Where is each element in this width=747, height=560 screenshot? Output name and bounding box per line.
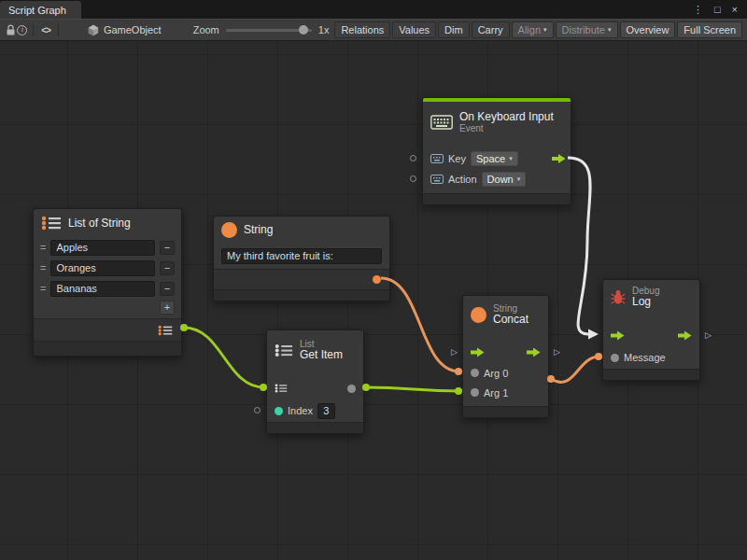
list-icon: [275, 343, 293, 357]
node-header: List of String: [34, 209, 181, 237]
wire-list-to-getitem[interactable]: [184, 328, 264, 387]
window-controls: ⋮ □ ×: [684, 0, 747, 19]
zoom-slider-handle[interactable]: [299, 25, 308, 35]
node-get-item[interactable]: List Get Item Index 3: [266, 329, 364, 434]
trigger-flow-output-port[interactable]: [552, 154, 566, 164]
action-value-dropdown[interactable]: Down▾: [482, 172, 527, 187]
wire-string-to-concat[interactable]: [381, 278, 459, 371]
toolbar-button-fullscreen[interactable]: Full Screen: [677, 21, 742, 38]
key-label: Key: [448, 153, 466, 164]
key-input-socket[interactable]: [410, 155, 416, 161]
toolbar-button-values[interactable]: Values: [392, 21, 436, 38]
toolbar-separator: [33, 24, 34, 36]
zoom-slider[interactable]: [226, 29, 312, 32]
node-title: Concat: [493, 314, 529, 326]
graph-toolbar: i <> GameObject Zoom 1x Relations Values…: [0, 19, 747, 41]
flow-row: ▷: [603, 324, 699, 346]
string-value-input[interactable]: My third favorite fruit is:: [221, 248, 382, 264]
node-title: Log: [632, 296, 659, 308]
arg1-label: Arg 1: [484, 387, 508, 399]
action-input-socket[interactable]: [410, 175, 416, 182]
arg1-port[interactable]: [471, 388, 479, 397]
flow-input-socket[interactable]: ▷: [451, 348, 458, 357]
key-icon: [430, 175, 444, 184]
close-icon[interactable]: ×: [732, 4, 738, 15]
toolbar-button-relations[interactable]: Relations: [334, 21, 390, 38]
dropdown-arrow-icon: ▾: [608, 26, 612, 34]
tab-script-graph[interactable]: Script Graph: [0, 1, 81, 19]
gameobject-target[interactable]: GameObject: [88, 24, 162, 36]
message-label: Message: [624, 352, 666, 363]
key-icon: [430, 154, 444, 163]
node-footer: [463, 406, 548, 417]
node-list-of-string[interactable]: List of String = Apples − = Oranges − = …: [33, 208, 182, 357]
action-label: Action: [448, 174, 477, 185]
index-input[interactable]: 3: [317, 403, 335, 419]
flow-output-port[interactable]: [678, 330, 692, 341]
node-subtitle: Event: [459, 123, 554, 133]
toolbar-button-dim[interactable]: Dim: [438, 21, 470, 38]
node-header: String Concat: [463, 296, 548, 333]
index-port[interactable]: [275, 407, 283, 415]
message-port[interactable]: [611, 354, 619, 362]
node-concat[interactable]: String Concat ▷ ▷ Arg 0 Arg 1: [462, 295, 549, 418]
code-icon[interactable]: <>: [38, 25, 53, 35]
window-tabbar: Script Graph ⋮ □ ×: [0, 0, 747, 19]
dropdown-arrow-icon: ▾: [509, 155, 513, 162]
remove-item-button[interactable]: −: [160, 282, 175, 296]
flow-row: ▷ ▷: [463, 341, 548, 363]
node-string-literal[interactable]: String My third favorite fruit is:: [213, 216, 390, 301]
flow-output-socket[interactable]: ▷: [705, 331, 712, 340]
key-value-dropdown[interactable]: Space▾: [471, 151, 518, 166]
node-on-keyboard-input[interactable]: On Keyboard Input Event Key Space▾ Actio…: [422, 97, 571, 205]
drag-handle-icon[interactable]: =: [40, 262, 46, 273]
wire-concat-to-log[interactable]: [551, 357, 599, 382]
list-port-icon[interactable]: [275, 384, 288, 393]
toolbar-button-distribute[interactable]: Distribute▾: [556, 21, 618, 38]
keyboard-icon: [430, 115, 453, 130]
node-footer: [34, 341, 181, 356]
graph-canvas[interactable]: On Keyboard Input Event Key Space▾ Actio…: [0, 41, 747, 560]
lock-icon[interactable]: [5, 21, 17, 38]
list-output-icon[interactable]: [158, 325, 173, 336]
string-value-row: My third favorite fruit is:: [214, 243, 389, 269]
list-item-row: = Apples −: [34, 237, 181, 258]
remove-item-button[interactable]: −: [160, 261, 175, 275]
list-item-input[interactable]: Oranges: [50, 260, 155, 276]
drag-handle-icon[interactable]: =: [40, 283, 46, 294]
list-item-input[interactable]: Apples: [50, 240, 155, 256]
list-item-input[interactable]: Bananas: [50, 281, 155, 297]
flow-output-socket[interactable]: ▷: [554, 348, 560, 357]
flow-input-port[interactable]: [611, 330, 625, 341]
node-footer: [214, 289, 389, 301]
maximize-icon[interactable]: □: [714, 4, 721, 15]
info-icon[interactable]: i: [17, 21, 29, 38]
add-item-button[interactable]: +: [160, 301, 175, 315]
node-header: List Get Item: [267, 330, 363, 370]
window-menu-icon[interactable]: ⋮: [693, 4, 703, 16]
toolbar-button-overview[interactable]: Overview: [620, 21, 676, 38]
node-footer: [267, 422, 363, 433]
node-debug-log[interactable]: Debug Log ▷ Message: [602, 279, 700, 381]
concat-arg1-input-port[interactable]: [455, 387, 462, 395]
concat-arg0-input-port[interactable]: [455, 368, 462, 375]
dropdown-arrow-icon: ▾: [517, 175, 521, 183]
index-input-socket[interactable]: [254, 407, 261, 413]
remove-item-button[interactable]: −: [160, 241, 175, 255]
flow-input-port[interactable]: [471, 347, 485, 357]
flow-output-port[interactable]: [527, 347, 541, 357]
wire-getitem-to-concat[interactable]: [366, 387, 459, 391]
node-footer: [603, 369, 699, 380]
toolbar-button-align[interactable]: Align▾: [512, 21, 554, 38]
item-output-port[interactable]: [347, 385, 356, 393]
node-footer: [423, 193, 571, 204]
toolbar-button-carry[interactable]: Carry: [472, 21, 510, 38]
arg0-port[interactable]: [471, 369, 479, 377]
string-output-port[interactable]: [373, 275, 381, 284]
node-title: String: [244, 224, 273, 236]
log-message-input-port[interactable]: [595, 353, 602, 360]
node-header: On Keyboard Input Event: [423, 102, 571, 143]
flow-wire-arrowhead: [588, 329, 599, 340]
add-item-row: +: [34, 299, 181, 318]
drag-handle-icon[interactable]: =: [40, 242, 46, 253]
